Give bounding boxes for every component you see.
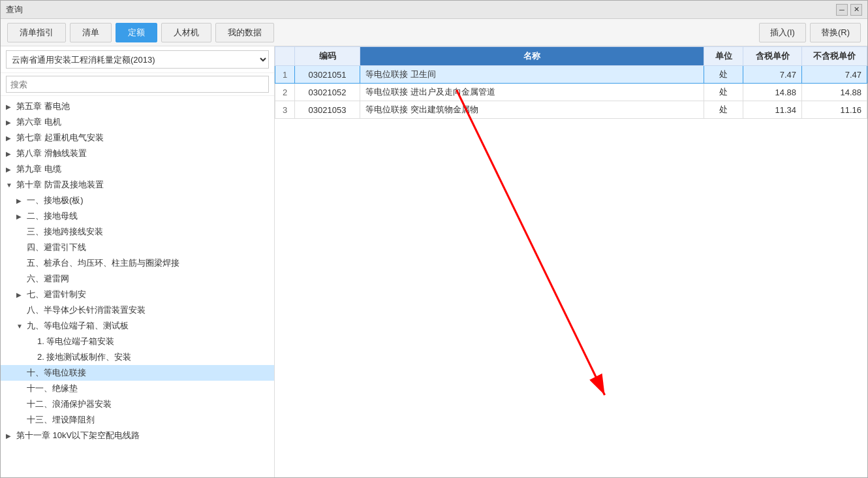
tree-item[interactable]: 十、等电位联接 — [1, 365, 274, 381]
tree-item[interactable]: ▼九、等电位端子箱、测试板 — [1, 318, 274, 334]
tree-item[interactable]: 四、避雷引下线 — [1, 240, 274, 255]
tree-item-label: 第八章 滑触线装置 — [16, 148, 269, 159]
tab-group: 清单指引 清单 定额 人材机 我的数据 — [7, 23, 274, 42]
tree-item[interactable]: ▼第十章 防雷及接地装置 — [1, 177, 274, 193]
tree-arrow-icon: ▶ — [6, 150, 16, 157]
tree-item-label: 一、接地极(板) — [27, 195, 269, 206]
cell-unit: 处 — [704, 101, 743, 119]
col-num-header — [275, 47, 295, 66]
col-code-header: 编码 — [295, 47, 360, 66]
tree-item-label: 2. 接地测试板制作、安装 — [37, 351, 269, 363]
tree-item[interactable]: 十一、绝缘垫 — [1, 381, 274, 396]
cell-notax-price: 11.16 — [802, 101, 867, 119]
cell-unit: 处 — [704, 66, 743, 84]
tree-item-label: 三、接地跨接线安装 — [27, 226, 269, 238]
tree-item-label: 六、避雷网 — [27, 273, 269, 285]
tree-item[interactable]: ▶第九章 电缆 — [1, 161, 274, 177]
tree-item[interactable]: 八、半导体少长针消雷装置安装 — [1, 302, 274, 318]
tree-item-label: 二、接地母线 — [27, 210, 269, 222]
quota-dropdown[interactable]: 云南省通用安装工程消耗量定额(2013) — [6, 50, 269, 69]
tree-arrow-icon: ▶ — [16, 213, 27, 220]
col-unit-header: 单位 — [704, 47, 743, 66]
cell-num: 2 — [275, 84, 295, 101]
tree-arrow-icon: ▶ — [16, 291, 27, 298]
cell-tax-price: 14.88 — [743, 84, 802, 101]
tree-arrow-icon: ▼ — [16, 323, 27, 330]
tab-list[interactable]: 清单 — [70, 23, 112, 42]
tree-item-label: 十二、浪涌保护器安装 — [27, 398, 269, 410]
cell-num: 1 — [275, 66, 295, 84]
cell-tax-price: 7.47 — [743, 66, 802, 84]
tree-item-label: 十一、绝缘垫 — [27, 383, 269, 394]
tree-item[interactable]: 三、接地跨接线安装 — [1, 224, 274, 240]
tree-arrow-icon: ▶ — [6, 119, 16, 126]
search-input[interactable] — [6, 76, 269, 93]
table-row[interactable]: 303021053等电位联接 突出建筑物金属物处11.3411.16 — [275, 101, 867, 119]
tree-item[interactable]: ▶第十一章 10kV以下架空配电线路 — [1, 428, 274, 443]
cell-name: 等电位联接 卫生间 — [360, 66, 704, 84]
tree-item-label: 第七章 起重机电气安装 — [16, 132, 269, 144]
tree-item-label: 第九章 电缆 — [16, 163, 269, 175]
cell-code: 03021052 — [295, 84, 360, 101]
right-panel: 编码 名称 单位 含税单价 不含税单价 103021051等电位联接 卫生间处7… — [275, 46, 867, 477]
replace-button[interactable]: 替换(R) — [810, 23, 861, 42]
tree-arrow-icon: ▶ — [6, 135, 16, 142]
cell-notax-price: 14.88 — [802, 84, 867, 101]
tree-item[interactable]: ▶第七章 起重机电气安装 — [1, 130, 274, 146]
cell-tax-price: 11.34 — [743, 101, 802, 119]
toolbar: 清单指引 清单 定额 人材机 我的数据 插入(I) 替换(R) — [1, 19, 867, 46]
tree-item[interactable]: ▶第八章 滑触线装置 — [1, 146, 274, 161]
cell-name: 等电位联接 进出户及走向金属管道 — [360, 84, 704, 101]
tree-item-label: 四、避雷引下线 — [27, 242, 269, 253]
main-content: 云南省通用安装工程消耗量定额(2013) ▶第五章 蓄电池▶第六章 电机▶第七章… — [1, 46, 867, 477]
tree-item-label: 十三、埋设降阻剂 — [27, 414, 269, 426]
tree-item-label: 七、避雷针制安 — [27, 289, 269, 300]
tree-item[interactable]: 十三、埋设降阻剂 — [1, 412, 274, 428]
insert-button[interactable]: 插入(I) — [759, 23, 806, 42]
tree-item[interactable]: 十二、浪涌保护器安装 — [1, 396, 274, 412]
tab-list-guide[interactable]: 清单指引 — [7, 23, 66, 42]
table-row[interactable]: 203021052等电位联接 进出户及走向金属管道处14.8814.88 — [275, 84, 867, 101]
tree-arrow-icon: ▶ — [6, 432, 16, 439]
cell-code: 03021051 — [295, 66, 360, 84]
tab-my-data[interactable]: 我的数据 — [215, 23, 274, 42]
minimize-button[interactable]: ─ — [836, 4, 848, 16]
tree-item[interactable]: ▶七、避雷针制安 — [1, 287, 274, 302]
tree-item-label: 第五章 蓄电池 — [16, 101, 269, 112]
table-row[interactable]: 103021051等电位联接 卫生间处7.477.47 — [275, 66, 867, 84]
results-table: 编码 名称 单位 含税单价 不含税单价 103021051等电位联接 卫生间处7… — [275, 46, 867, 119]
close-button[interactable]: ✕ — [850, 4, 862, 16]
tree-item[interactable]: 2. 接地测试板制作、安装 — [1, 349, 274, 365]
tree-item[interactable]: 五、桩承台、均压环、柱主筋与圈梁焊接 — [1, 255, 274, 271]
tree-container: ▶第五章 蓄电池▶第六章 电机▶第七章 起重机电气安装▶第八章 滑触线装置▶第九… — [1, 96, 274, 477]
cell-notax-price: 7.47 — [802, 66, 867, 84]
tree-arrow-icon: ▶ — [16, 197, 27, 204]
search-row — [1, 73, 274, 96]
tree-item[interactable]: ▶第六章 电机 — [1, 114, 274, 130]
window-controls: ─ ✕ — [836, 4, 862, 16]
cell-name: 等电位联接 突出建筑物金属物 — [360, 101, 704, 119]
col-notaxprice-header: 不含税单价 — [802, 47, 867, 66]
tree-item[interactable]: ▶二、接地母线 — [1, 208, 274, 224]
tree-item-label: 五、桩承台、均压环、柱主筋与圈梁焊接 — [27, 257, 269, 269]
tree-arrow-icon: ▶ — [6, 166, 16, 173]
window-title: 查询 — [6, 4, 23, 16]
col-name-header: 名称 — [360, 47, 704, 66]
tab-labor-material[interactable]: 人材机 — [161, 23, 211, 42]
tab-quota[interactable]: 定额 — [116, 23, 157, 42]
tree-item[interactable]: ▶一、接地极(板) — [1, 193, 274, 208]
tree-item-label: 八、半导体少长针消雷装置安装 — [27, 304, 269, 316]
tree-item[interactable]: 1. 等电位端子箱安装 — [1, 334, 274, 349]
col-taxprice-header: 含税单价 — [743, 47, 802, 66]
tree-item-label: 第十章 防雷及接地装置 — [16, 179, 269, 191]
main-window: 查询 ─ ✕ 清单指引 清单 定额 人材机 我的数据 插入(I) 替换(R) 云… — [0, 0, 868, 478]
tree-item-label: 九、等电位端子箱、测试板 — [27, 320, 269, 332]
tree-item[interactable]: ▶第五章 蓄电池 — [1, 99, 274, 114]
tree-item[interactable]: 六、避雷网 — [1, 271, 274, 287]
tree-item-label: 十、等电位联接 — [27, 367, 269, 379]
action-buttons: 插入(I) 替换(R) — [759, 23, 861, 42]
title-bar: 查询 ─ ✕ — [1, 1, 867, 19]
tree-arrow-icon: ▼ — [6, 182, 16, 189]
table-container: 编码 名称 单位 含税单价 不含税单价 103021051等电位联接 卫生间处7… — [275, 46, 867, 477]
cell-unit: 处 — [704, 84, 743, 101]
